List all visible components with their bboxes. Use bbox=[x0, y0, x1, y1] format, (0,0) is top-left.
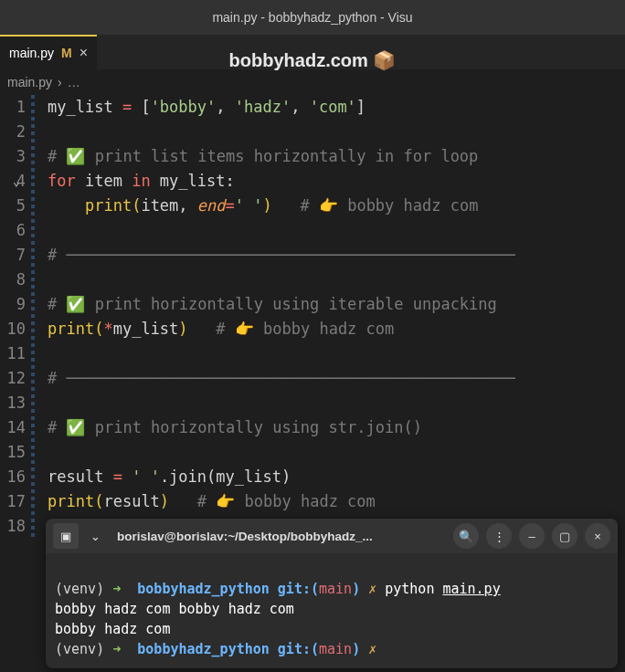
code-line: print(*my_list) # 👉 bobby hadz com bbox=[48, 317, 625, 341]
code-line: print(result) # 👉 bobby hadz com bbox=[48, 489, 625, 514]
window-title: main.py - bobbyhadz_python - Visu bbox=[212, 10, 412, 25]
code-line: result = ' '.join(my_list) bbox=[48, 465, 625, 489]
code-line bbox=[48, 218, 625, 243]
menu-icon[interactable]: ⋮ bbox=[486, 523, 512, 549]
tab-modified-indicator: M bbox=[61, 46, 72, 60]
tab-filename: main.py bbox=[9, 46, 54, 60]
breadcrumb[interactable]: main.py › … bbox=[0, 69, 625, 95]
breadcrumb-more: … bbox=[68, 75, 80, 89]
code-line bbox=[48, 341, 625, 366]
code-line bbox=[48, 391, 625, 415]
terminal-header: ▣ ⌄ borislav@borislav:~/Desktop/bobbyhad… bbox=[46, 519, 618, 553]
breadcrumb-sep: › bbox=[58, 75, 62, 89]
code-line: for item in my_list: bbox=[48, 169, 625, 194]
code-editor[interactable]: 1 2 3 ⌄4 5 6 7 8 9 10 11 12 13 14 15 16 … bbox=[0, 95, 625, 539]
tab-bar: main.py M × bbox=[0, 35, 625, 69]
code-content[interactable]: my_list = ['bobby', 'hadz', 'com'] # ✅ p… bbox=[35, 95, 625, 539]
maximize-icon[interactable]: ▢ bbox=[552, 523, 577, 549]
close-icon[interactable]: × bbox=[585, 523, 610, 549]
code-line bbox=[48, 120, 625, 144]
tab-main-py[interactable]: main.py M × bbox=[0, 35, 97, 69]
code-line: # ──────────────────────────────────────… bbox=[48, 366, 625, 391]
breadcrumb-file: main.py bbox=[7, 75, 52, 89]
minimize-icon[interactable]: – bbox=[519, 523, 545, 549]
search-icon[interactable]: 🔍 bbox=[453, 523, 479, 549]
code-line bbox=[48, 440, 625, 465]
code-line bbox=[48, 268, 625, 292]
chevron-down-icon[interactable]: ⌄ bbox=[86, 523, 104, 549]
terminal-panel[interactable]: ▣ ⌄ borislav@borislav:~/Desktop/bobbyhad… bbox=[46, 519, 618, 668]
code-line: my_list = ['bobby', 'hadz', 'com'] bbox=[48, 95, 625, 120]
close-icon[interactable]: × bbox=[79, 45, 88, 61]
terminal-title: borislav@borislav:~/Desktop/bobbyhadz_..… bbox=[111, 530, 446, 543]
window-titlebar: main.py - bobbyhadz_python - Visu bbox=[0, 0, 625, 35]
code-line: # ✅ print horizontally using iterable un… bbox=[48, 292, 625, 317]
code-line: print(item, end=' ') # 👉 bobby hadz com bbox=[48, 194, 625, 218]
terminal-body[interactable]: (venv) ➜ bobbyhadz_python git:(main) ✗ p… bbox=[46, 553, 618, 668]
chevron-down-icon[interactable]: ⌄ bbox=[13, 169, 20, 194]
code-line: # ──────────────────────────────────────… bbox=[48, 243, 625, 268]
new-tab-button[interactable]: ▣ bbox=[53, 523, 79, 549]
code-line: # ✅ print horizontally using str.join() bbox=[48, 415, 625, 440]
code-line: # ✅ print list items horizontally in for… bbox=[48, 144, 625, 169]
line-gutter: 1 2 3 ⌄4 5 6 7 8 9 10 11 12 13 14 15 16 … bbox=[0, 95, 31, 539]
